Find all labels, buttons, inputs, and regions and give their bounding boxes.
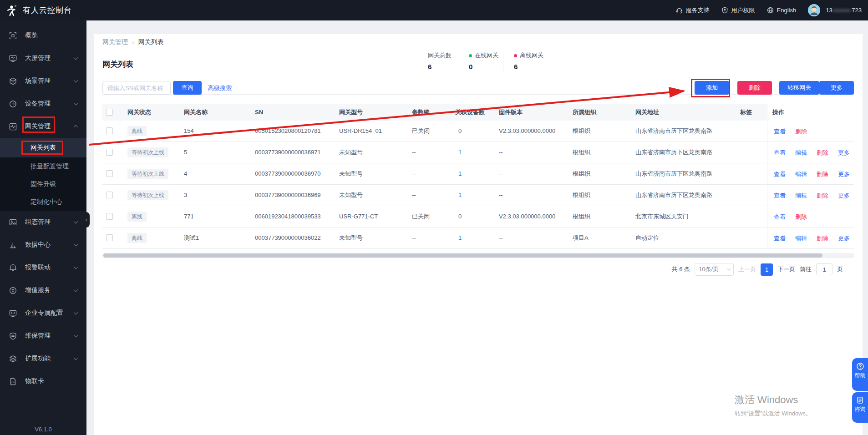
- page-size-select[interactable]: 10条/页: [695, 263, 734, 276]
- linked-device-count[interactable]: 1: [458, 228, 462, 248]
- linked-device-count[interactable]: 1: [458, 185, 462, 206]
- sidebar-item-hmi[interactable]: 组态管理: [0, 211, 86, 233]
- sidebar-item-gateway[interactable]: 网关管理: [0, 115, 86, 138]
- stat-online-value: 0: [469, 63, 498, 71]
- sidebar-item-value-service[interactable]: 增值服务: [0, 279, 86, 302]
- op-link[interactable]: 查看: [774, 170, 786, 178]
- goto-page-input[interactable]: [816, 263, 832, 275]
- service-support-item[interactable]: 服务支持: [676, 6, 710, 15]
- sidebar-subitem[interactable]: 网关列表: [0, 138, 86, 157]
- sidebar-subitem[interactable]: 批量配置管理: [0, 157, 86, 175]
- row-checkbox[interactable]: [106, 234, 113, 241]
- op-link[interactable]: 删除: [795, 213, 807, 221]
- op-link[interactable]: 查看: [774, 213, 786, 221]
- op-link[interactable]: 编辑: [795, 234, 807, 243]
- sidebar-item-maintenance[interactable]: 维保管理: [0, 324, 86, 347]
- sidebar-subitem[interactable]: 固件升级: [0, 175, 86, 193]
- app-version: V6.1.0: [0, 426, 86, 433]
- app-logo-icon: [5, 4, 18, 17]
- transfer-gateway-button[interactable]: 转移网关: [779, 81, 819, 95]
- advanced-search-link[interactable]: 高级搜索: [208, 84, 232, 92]
- op-link[interactable]: 查看: [774, 149, 786, 157]
- op-link[interactable]: 编辑: [795, 149, 807, 157]
- op-link[interactable]: 查看: [774, 234, 786, 243]
- sim-card-icon: [9, 378, 17, 385]
- row-checkbox[interactable]: [106, 170, 113, 177]
- language-item[interactable]: English: [767, 7, 797, 14]
- horizontal-scrollbar-thumb[interactable]: [103, 253, 822, 258]
- data-icon: [9, 241, 17, 249]
- op-link[interactable]: 删除: [817, 234, 828, 243]
- op-link[interactable]: 删除: [795, 127, 807, 136]
- search-input[interactable]: [102, 81, 171, 95]
- page-number-1[interactable]: 1: [761, 263, 773, 276]
- gateway-model: USR-DR154_01: [339, 121, 382, 142]
- sidebar-item-data[interactable]: 数据中心: [0, 233, 86, 256]
- firmware-version: --: [499, 142, 503, 163]
- op-link[interactable]: 删除: [817, 170, 828, 178]
- linked-device-count[interactable]: 1: [458, 163, 462, 184]
- firmware-version: V2.3.03.000000.0000: [499, 121, 555, 142]
- status-badge: 离线: [127, 233, 147, 243]
- device-icon: [9, 100, 17, 108]
- op-link[interactable]: 查看: [774, 192, 786, 200]
- stat-total-label: 网关总数: [428, 51, 452, 60]
- enterprise-icon: [9, 309, 17, 317]
- op-link[interactable]: 编辑: [795, 192, 807, 200]
- breadcrumb-current: 网关列表: [138, 38, 164, 46]
- chevron-up-icon: [74, 125, 78, 129]
- prev-page-button[interactable]: 上一页: [738, 265, 756, 273]
- sidebar-item-extension[interactable]: 扩展功能: [0, 347, 86, 370]
- delete-button[interactable]: 删除: [737, 81, 772, 95]
- organization: 根组织: [573, 206, 590, 227]
- op-link[interactable]: 查看: [774, 127, 786, 136]
- breadcrumb-parent[interactable]: 网关管理: [102, 38, 128, 46]
- op-link[interactable]: 更多: [838, 170, 850, 178]
- gateway-sn: 00037739000000036971: [255, 142, 321, 163]
- sidebar-item-overview[interactable]: 概览: [0, 24, 86, 47]
- param-lock: --: [412, 228, 416, 248]
- sidebar-item-scene[interactable]: 场景管理: [0, 70, 86, 92]
- op-link[interactable]: 删除: [817, 192, 828, 200]
- sidebar-collapse-toggle[interactable]: ‹: [83, 212, 90, 228]
- op-link[interactable]: 删除: [817, 149, 828, 157]
- row-checkbox[interactable]: [106, 149, 113, 156]
- gateway-name: 3: [184, 185, 187, 206]
- table-header-row: 网关状态网关名称SN网关型号参数锁关联设备数固件版本所属组织网关地址标签操作: [102, 104, 854, 121]
- user-permission-item[interactable]: 用户权限: [721, 6, 755, 15]
- status-badge: 等待初次上线: [127, 169, 168, 179]
- row-checkbox[interactable]: [106, 192, 113, 198]
- row-operations: 查看编辑删除更多: [774, 185, 850, 206]
- op-link[interactable]: 更多: [838, 192, 850, 200]
- phone-suffix: 723: [852, 7, 862, 14]
- more-button[interactable]: 更多: [819, 81, 854, 95]
- sidebar-item-alarm[interactable]: 报警联动: [0, 256, 86, 279]
- add-button[interactable]: 添加: [695, 81, 729, 95]
- select-all-checkbox[interactable]: [106, 109, 113, 116]
- sidebar-item-sim-card[interactable]: 物联卡: [0, 370, 86, 393]
- help-float-button[interactable]: 帮助: [852, 358, 868, 391]
- sidebar-subitem[interactable]: 定制化中心: [0, 193, 86, 211]
- user-phone[interactable]: 13 ●●●●●● 723: [826, 7, 862, 14]
- sidebar-submenu: 网关列表批量配置管理固件升级定制化中心: [0, 138, 86, 211]
- sidebar-item-screen[interactable]: 大屏管理: [0, 47, 86, 70]
- consult-float-button[interactable]: 咨询: [852, 392, 868, 423]
- sidebar-item-label: 扩展功能: [25, 354, 51, 363]
- next-page-button[interactable]: 下一页: [777, 265, 795, 273]
- op-link[interactable]: 更多: [838, 149, 850, 157]
- user-permission-label: 用户权限: [731, 6, 755, 15]
- op-link[interactable]: 编辑: [795, 170, 807, 178]
- sidebar-item-label: 报警联动: [25, 263, 51, 272]
- gateway-name: 771: [184, 206, 194, 227]
- linked-device-count: 0: [458, 121, 462, 142]
- row-checkbox[interactable]: [106, 213, 113, 220]
- linked-device-count[interactable]: 1: [458, 142, 462, 163]
- chevron-down-icon: [74, 333, 78, 338]
- search-button[interactable]: 查询: [173, 81, 202, 95]
- sidebar-item-device[interactable]: 设备管理: [0, 92, 86, 115]
- service-support-label: 服务支持: [686, 6, 710, 15]
- avatar[interactable]: [808, 4, 820, 16]
- row-checkbox[interactable]: [106, 127, 113, 134]
- sidebar-item-enterprise[interactable]: 企业专属配置: [0, 302, 86, 324]
- op-link[interactable]: 更多: [838, 234, 850, 243]
